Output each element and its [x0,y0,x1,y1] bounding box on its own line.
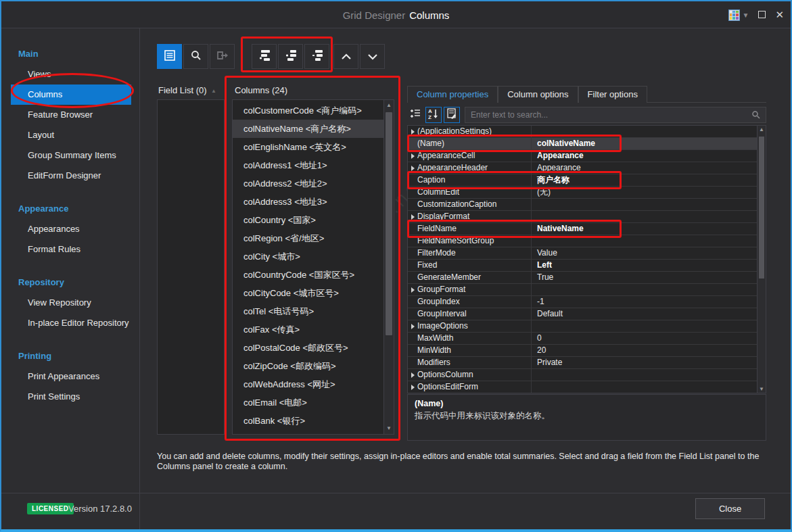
column-list-item[interactable]: colCustomerCode <商户编码> [233,101,383,120]
expander-icon[interactable] [408,211,417,222]
property-value[interactable]: Left [531,260,766,271]
expander-icon[interactable] [408,162,417,174]
sidebar-item-columns[interactable]: Columns [11,84,131,105]
property-row[interactable]: GroupIntervalDefault [408,308,766,320]
property-row[interactable]: OptionsEditForm [408,381,766,393]
property-value[interactable] [531,199,766,210]
column-list-item-selected[interactable]: colNativeName <商户名称> [233,120,383,138]
scroll-up-icon[interactable]: ▲ [384,101,394,110]
tab-column-options[interactable]: Column options [498,86,578,103]
property-value[interactable]: -1 [531,296,766,308]
column-list-item[interactable]: colCity <城市> [233,247,383,266]
property-value[interactable]: Private [531,357,766,368]
column-list-item[interactable]: colAddress3 <地址3> [233,193,383,211]
sidebar-item-views[interactable]: Views [11,64,131,84]
scroll-up-icon[interactable]: ▲ [758,126,766,132]
property-row[interactable]: FilterModeValue [408,247,766,260]
property-row[interactable]: GroupFormat [408,284,766,296]
property-row[interactable]: AppearanceHeaderAppearance [408,162,766,174]
categorized-view-button[interactable] [407,107,423,123]
sidebar-item-view-repository[interactable]: View Repository [11,293,131,313]
property-value[interactable] [531,126,766,137]
retrieve-fields-button[interactable] [210,44,235,69]
property-row[interactable]: DisplayFormat [408,211,766,223]
column-list-item[interactable]: colCountryCode <国家区号> [233,266,383,284]
expander-icon[interactable] [408,126,417,137]
property-row[interactable]: OptionsColumn [408,369,766,381]
property-row-name[interactable]: (Name)colNativeName [408,138,766,150]
property-value[interactable]: Value [531,247,766,259]
scroll-down-icon[interactable]: ▼ [384,424,394,433]
property-value[interactable]: (无) [531,187,766,198]
property-value[interactable] [531,369,766,381]
sidebar-item-group-summary-items[interactable]: Group Summary Items [11,145,131,166]
expander-icon[interactable] [408,320,417,332]
property-row[interactable]: ColumnEdit(无) [408,187,766,199]
scrollbar-thumb[interactable] [386,112,392,335]
column-list-item[interactable]: colEnglishName <英文名> [233,138,383,156]
property-row[interactable]: GenerateMemberTrue [408,272,766,284]
columns-list-scrollbar[interactable]: ▲ ▼ [383,100,394,434]
expander-icon[interactable] [408,284,417,295]
expander-icon[interactable] [408,381,417,393]
sidebar-item-format-rules[interactable]: Format Rules [11,239,131,260]
close-button[interactable]: Close [695,498,765,519]
column-list-item[interactable]: colFax <传真> [233,320,383,339]
tab-column-properties[interactable]: Column properties [407,86,498,103]
property-value[interactable] [531,381,766,393]
maximize-button[interactable] [758,10,766,20]
insert-column-button[interactable] [278,44,303,69]
property-row[interactable]: AppearanceCellAppearance [408,150,766,162]
column-list-item[interactable]: colZipCode <邮政编码> [233,357,383,375]
remove-column-button[interactable] [304,44,329,69]
alphabetical-sort-button[interactable]: AZ [425,107,442,123]
columns-list-view-button[interactable] [157,44,182,69]
expander-icon[interactable] [408,150,417,162]
property-row[interactable]: ImageOptions [408,320,766,333]
sidebar-item-inplace-editor-repository[interactable]: In-place Editor Repository [11,313,131,333]
property-value[interactable] [531,320,766,332]
column-list-item-clipped[interactable]: colBankAccount <银行帐号> [233,430,383,435]
sidebar-item-appearances[interactable]: Appearances [11,219,131,239]
property-value[interactable]: 商户名称 [531,174,766,186]
property-value[interactable]: colNativeName [531,138,766,149]
property-value[interactable] [531,284,766,295]
search-button[interactable] [183,44,208,69]
move-down-button[interactable] [360,44,385,69]
column-list-item[interactable]: colWebAddress <网址> [233,375,383,393]
property-pages-button[interactable] [444,107,460,123]
property-grid-scrollbar[interactable]: ▲ ▼ [757,126,766,393]
property-row[interactable]: MinWidth20 [408,345,766,357]
column-list-item[interactable]: colAddress2 <地址2> [233,174,383,193]
sidebar-item-print-appearances[interactable]: Print Appearances [11,366,131,387]
property-value[interactable] [531,211,766,222]
tab-filter-options[interactable]: Filter options [578,86,647,103]
column-list-item[interactable]: colPostalCode <邮政区号> [233,339,383,357]
column-list-item[interactable]: colRegion <省/地区> [233,229,383,247]
column-list-item[interactable]: colAddress1 <地址1> [233,156,383,174]
move-up-button[interactable] [333,44,358,69]
property-row[interactable]: MaxWidth0 [408,333,766,345]
property-row[interactable]: GroupIndex-1 [408,296,766,308]
sidebar-item-editform-designer[interactable]: EditForm Designer [11,166,131,186]
expander-icon[interactable] [408,369,417,381]
field-list-collapse-icon[interactable]: ▲ [211,88,216,94]
scroll-down-icon[interactable]: ▼ [758,386,766,392]
field-list-panel[interactable] [157,99,225,435]
property-value[interactable]: NativeName [531,223,766,235]
skin-dropdown-caret-icon[interactable]: ▼ [743,11,749,19]
property-value[interactable]: 20 [531,345,766,356]
close-window-button[interactable]: ✕ [775,9,784,21]
property-row-fieldname[interactable]: FieldNameNativeName [408,223,766,235]
property-value[interactable]: True [531,272,766,283]
property-value[interactable] [531,235,766,247]
property-row[interactable]: ModifiersPrivate [408,357,766,369]
property-value[interactable]: Appearance [531,162,766,174]
property-value[interactable]: 0 [531,333,766,344]
sidebar-item-layout[interactable]: Layout [11,125,131,145]
property-value[interactable]: Appearance [531,150,766,162]
property-row[interactable]: FixedLeft [408,260,766,272]
property-value[interactable]: Default [531,308,766,320]
scrollbar-thumb[interactable] [759,137,764,279]
sidebar-item-feature-browser[interactable]: Feature Browser [11,105,131,125]
